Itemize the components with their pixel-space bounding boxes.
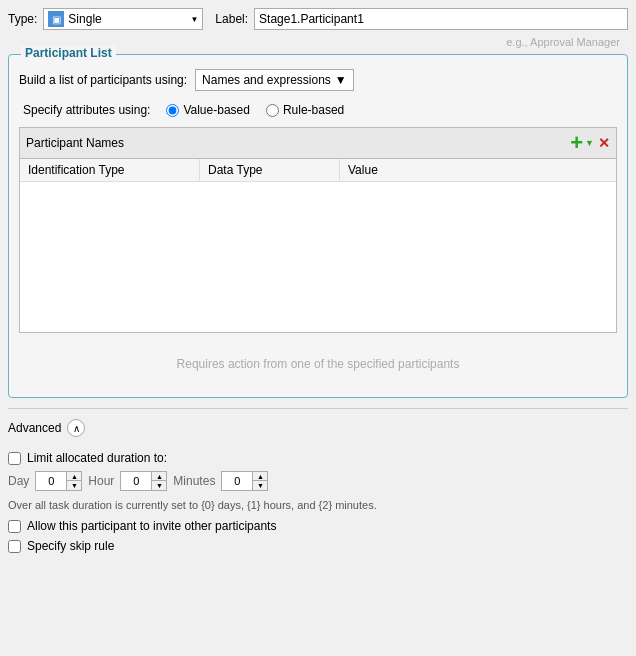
day-label: Day <box>8 474 29 488</box>
type-select-inner: ▣ Single <box>48 11 190 27</box>
collapse-icon: ∧ <box>73 423 80 434</box>
minutes-up-button[interactable]: ▲ <box>253 472 267 481</box>
table-columns: Identification Type Data Type Value <box>20 159 616 182</box>
label-group: Label: <box>215 8 628 30</box>
minutes-label: Minutes <box>173 474 215 488</box>
add-participant-button[interactable]: +▼ <box>570 132 594 154</box>
minutes-spinner[interactable]: ▲ ▼ <box>221 471 268 491</box>
advanced-row: Advanced ∧ <box>8 419 628 437</box>
col-value: Value <box>340 159 616 181</box>
advanced-collapse-button[interactable]: ∧ <box>67 419 85 437</box>
minutes-down-button[interactable]: ▼ <box>253 481 267 490</box>
hour-input[interactable] <box>121 472 151 490</box>
rule-based-radio[interactable] <box>266 104 279 117</box>
col-identification-type: Identification Type <box>20 159 200 181</box>
table-actions: +▼ ✕ <box>570 132 610 154</box>
col-data-type: Data Type <box>200 159 340 181</box>
participant-list-box: Participant List Build a list of partici… <box>8 54 628 398</box>
skip-rule-checkbox[interactable] <box>8 540 21 553</box>
table-header: Participant Names +▼ ✕ <box>20 128 616 159</box>
table-body <box>20 182 616 332</box>
limit-duration-checkbox[interactable] <box>8 452 21 465</box>
advanced-label: Advanced <box>8 421 61 435</box>
duration-hint: Over all task duration is currently set … <box>8 499 628 511</box>
hour-arrows: ▲ ▼ <box>151 472 166 490</box>
type-value: Single <box>68 12 101 26</box>
day-arrows: ▲ ▼ <box>66 472 81 490</box>
requires-action-text: Requires action from one of the specifie… <box>19 341 617 387</box>
day-input[interactable] <box>36 472 66 490</box>
type-dropdown-arrow-icon: ▼ <box>190 15 198 24</box>
participant-list-title: Participant List <box>21 46 116 60</box>
hour-spinner[interactable]: ▲ ▼ <box>120 471 167 491</box>
limit-duration-row: Limit allocated duration to: <box>8 451 628 465</box>
allow-invite-checkbox[interactable] <box>8 520 21 533</box>
add-icon: + <box>570 132 583 154</box>
advanced-options: Limit allocated duration to: Day ▲ ▼ Hou… <box>8 447 628 563</box>
names-dropdown-value: Names and expressions <box>202 73 331 87</box>
type-group: Type: ▣ Single ▼ <box>8 8 203 30</box>
type-label: Type: <box>8 12 37 26</box>
hour-down-button[interactable]: ▼ <box>152 481 166 490</box>
divider <box>8 408 628 409</box>
specify-row: Specify attributes using: Value-based Ru… <box>19 103 617 117</box>
label-input[interactable] <box>254 8 628 30</box>
type-icon: ▣ <box>48 11 64 27</box>
rule-based-group: Rule-based <box>266 103 344 117</box>
hour-label: Hour <box>88 474 114 488</box>
participant-table: Participant Names +▼ ✕ Identification Ty… <box>19 127 617 333</box>
label-label: Label: <box>215 12 248 26</box>
names-dropdown[interactable]: Names and expressions ▼ <box>195 69 354 91</box>
hour-up-button[interactable]: ▲ <box>152 472 166 481</box>
value-based-group: Value-based <box>166 103 250 117</box>
skip-rule-row: Specify skip rule <box>8 539 628 553</box>
duration-row: Day ▲ ▼ Hour ▲ ▼ Minutes ▲ <box>8 471 628 491</box>
day-down-button[interactable]: ▼ <box>67 481 81 490</box>
limit-duration-label: Limit allocated duration to: <box>27 451 167 465</box>
rule-based-label: Rule-based <box>283 103 344 117</box>
top-row: Type: ▣ Single ▼ Label: <box>8 8 628 30</box>
specify-label: Specify attributes using: <box>23 103 150 117</box>
main-container: Type: ▣ Single ▼ Label: e.g., Approval M… <box>0 0 636 571</box>
skip-rule-label: Specify skip rule <box>27 539 114 553</box>
invite-row: Allow this participant to invite other p… <box>8 519 628 533</box>
minutes-arrows: ▲ ▼ <box>252 472 267 490</box>
minutes-input[interactable] <box>222 472 252 490</box>
value-based-label: Value-based <box>183 103 250 117</box>
value-based-radio[interactable] <box>166 104 179 117</box>
table-header-title: Participant Names <box>26 136 124 150</box>
names-dropdown-arrow-icon: ▼ <box>335 73 347 87</box>
add-dropdown-arrow-icon: ▼ <box>585 139 594 148</box>
day-up-button[interactable]: ▲ <box>67 472 81 481</box>
remove-participant-button[interactable]: ✕ <box>598 135 610 151</box>
type-select[interactable]: ▣ Single ▼ <box>43 8 203 30</box>
allow-invite-label: Allow this participant to invite other p… <box>27 519 276 533</box>
day-spinner[interactable]: ▲ ▼ <box>35 471 82 491</box>
build-label: Build a list of participants using: <box>19 73 187 87</box>
build-row: Build a list of participants using: Name… <box>19 69 617 91</box>
